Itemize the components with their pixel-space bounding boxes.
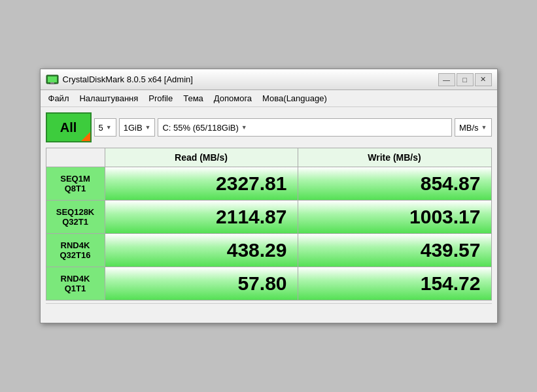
menu-settings[interactable]: Налаштування bbox=[74, 91, 143, 105]
controls-row: All 5 ▼ 1GiB ▼ C: 55% (65/118GiB) ▼ MB/s… bbox=[46, 112, 492, 142]
table-header: Read (MB/s) Write (MB/s) bbox=[46, 148, 491, 167]
all-button[interactable]: All bbox=[46, 112, 92, 142]
menu-language[interactable]: Мова(Language) bbox=[257, 91, 332, 105]
row-write-rnd4k-q32: 439.57 bbox=[298, 234, 491, 267]
menu-help[interactable]: Допомога bbox=[209, 91, 257, 105]
read-value-rnd4k-q1: 57.80 bbox=[237, 272, 286, 295]
table-row: SEQ1M Q8T1 2327.81 854.87 bbox=[46, 167, 491, 201]
count-value: 5 bbox=[99, 123, 103, 133]
row-read-rnd4k-q1: 57.80 bbox=[105, 267, 298, 300]
write-value-seq1m: 854.87 bbox=[421, 172, 481, 195]
table-row: RND4K Q1T1 57.80 154.72 bbox=[46, 267, 491, 300]
window-controls: — □ ✕ bbox=[438, 73, 492, 86]
maximize-button[interactable]: □ bbox=[457, 73, 474, 86]
header-write: Write (MB/s) bbox=[298, 148, 491, 167]
minimize-button[interactable]: — bbox=[438, 73, 455, 86]
content-area: All 5 ▼ 1GiB ▼ C: 55% (65/118GiB) ▼ MB/s… bbox=[41, 107, 497, 323]
close-button[interactable]: ✕ bbox=[475, 73, 492, 86]
results-table: Read (MB/s) Write (MB/s) SEQ1M Q8T1 2327… bbox=[46, 148, 492, 301]
menu-file[interactable]: Файл bbox=[43, 91, 75, 105]
status-bar bbox=[46, 303, 492, 318]
unit-value: MB/s bbox=[459, 123, 479, 133]
write-value-rnd4k-q32: 439.57 bbox=[421, 239, 481, 261]
svg-rect-1 bbox=[48, 76, 57, 82]
main-window: CrystalDiskMark 8.0.5 x64 [Admin] — □ ✕ … bbox=[40, 69, 498, 323]
row-read-rnd4k-q32: 438.29 bbox=[105, 234, 298, 267]
svg-rect-2 bbox=[50, 82, 54, 84]
row-label-rnd4k-q32: RND4K Q32T16 bbox=[46, 234, 105, 267]
read-value-seq128k: 2114.87 bbox=[216, 206, 286, 228]
size-arrow: ▼ bbox=[145, 124, 151, 131]
table-row: SEQ128K Q32T1 2114.87 1003.17 bbox=[46, 201, 491, 234]
write-value-rnd4k-q1: 154.72 bbox=[421, 272, 481, 295]
read-value-seq1m: 2327.81 bbox=[216, 172, 286, 195]
count-arrow: ▼ bbox=[106, 124, 112, 131]
drive-arrow: ▼ bbox=[241, 124, 247, 131]
table-row: RND4K Q32T16 438.29 439.57 bbox=[46, 234, 491, 267]
app-icon bbox=[46, 73, 59, 86]
row-label-rnd4k-q1: RND4K Q1T1 bbox=[46, 267, 105, 300]
unit-dropdown[interactable]: MB/s ▼ bbox=[455, 118, 492, 137]
drive-dropdown[interactable]: C: 55% (65/118GiB) ▼ bbox=[158, 118, 451, 137]
menu-profile[interactable]: Profile bbox=[143, 91, 178, 105]
count-dropdown[interactable]: 5 ▼ bbox=[94, 118, 116, 137]
unit-arrow: ▼ bbox=[481, 124, 487, 131]
row-read-seq128k: 2114.87 bbox=[105, 201, 298, 233]
row-label-seq128k: SEQ128K Q32T1 bbox=[46, 201, 105, 233]
read-value-rnd4k-q32: 438.29 bbox=[227, 239, 287, 261]
menu-bar: Файл Налаштування Profile Тема Допомога … bbox=[41, 90, 497, 107]
header-read: Read (MB/s) bbox=[105, 148, 298, 167]
menu-theme[interactable]: Тема bbox=[178, 91, 209, 105]
row-write-seq128k: 1003.17 bbox=[298, 201, 491, 233]
header-empty bbox=[46, 148, 105, 167]
row-read-seq1m: 2327.81 bbox=[105, 167, 298, 200]
write-value-seq128k: 1003.17 bbox=[409, 206, 480, 228]
row-write-seq1m: 854.87 bbox=[298, 167, 491, 200]
row-write-rnd4k-q1: 154.72 bbox=[298, 267, 491, 300]
svg-rect-3 bbox=[49, 84, 56, 84]
size-dropdown[interactable]: 1GiB ▼ bbox=[119, 118, 156, 137]
drive-value: C: 55% (65/118GiB) bbox=[162, 123, 238, 133]
size-value: 1GiB bbox=[124, 123, 143, 133]
title-bar: CrystalDiskMark 8.0.5 x64 [Admin] — □ ✕ bbox=[41, 69, 497, 90]
row-label-seq1m: SEQ1M Q8T1 bbox=[46, 167, 105, 200]
window-title: CrystalDiskMark 8.0.5 x64 [Admin] bbox=[63, 74, 438, 84]
